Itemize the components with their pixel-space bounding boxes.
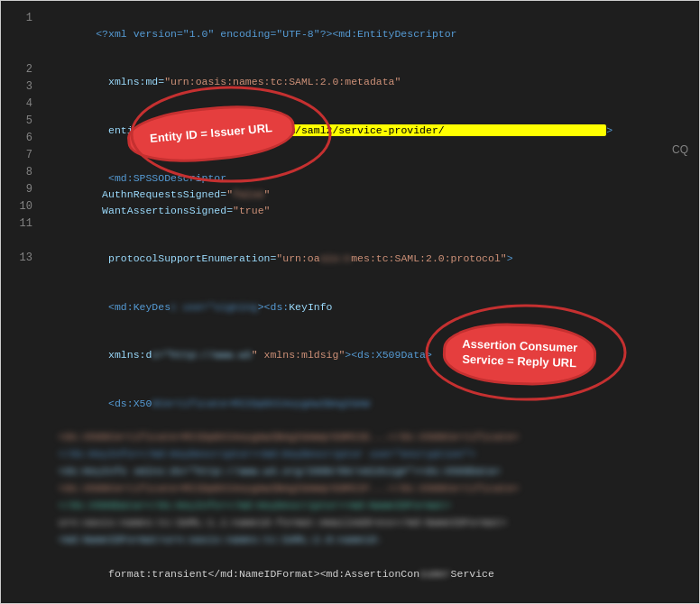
code-line-13a: format:transient</md:NameIDFormat><md:As… [46,550,690,594]
line-num-9: 9 [1,181,32,198]
line-num-6: 6 [1,130,32,147]
line-num-1: 1 [1,10,32,27]
keydesc-tag: <md:KeyDesc use="signing><ds: [96,301,289,313]
line-num-5: 5 [1,113,32,130]
code-line-1b: xmlns:md="urn:oasis:names:tc:SAML:2.0:me… [46,58,690,105]
line-num-blank1 [1,27,32,44]
line-num-7: 7 [1,147,32,164]
code-line-1h: <ds:X509Certificate>MIIDpDCCAoygAwIBAgIG… [46,380,690,427]
line-num-13: 13 [1,250,32,267]
line-num-8: 8 [1,164,32,181]
line-num-11: 11 [1,215,32,233]
authn-attr: AuthnRequestsSigned= [96,188,226,200]
blur-line-7: <md:NameIDFormat>urn:oasis:names:tc:SAML… [46,532,690,546]
blurred-middle: <ds:X509Certificate>MIIDpDCCAoygAwIBAgIG… [46,429,690,546]
code-line-1f: <md:KeyDesc use="signing><ds:KeyInfo [46,283,690,331]
want-attr: WantAssertionsSigned= [96,205,233,216]
cq-label: CQ [672,143,688,156]
protocol-attr: protocolSupportEnumeration= [96,252,276,264]
blur-line-3: <ds:KeyInfo xmlns:ds="http://www.w3.org/… [46,463,690,480]
line-num-blank3 [1,233,32,250]
entity-id-close: > [606,124,612,136]
code-line-1d: <md:SPSSODescriptor AuthnRequestsSigned=… [46,154,690,234]
xmlns-d-attr: xmlns:ds="http://www.w3 [96,349,252,361]
spssod-open: <md:SPSSODescriptor [96,172,226,184]
ds-x509: <ds:X509Certificate>MIIDpDCCAoygAwIBAgIG… [96,398,370,409]
blur-line-4: <ds:X509Certificate>MIIDpDCCAoygAwIBAgIG… [46,480,690,498]
xmlns-md-val: "urn:oasis:names:tc:SAML:2.0:metadata" [164,76,401,87]
xmlns-md-attr: xmlns:md= [96,76,164,87]
blur-line-5: </ds:X509Data></ds:KeyInfo></md:KeyDescr… [46,498,690,515]
xml-decl: <?xml version="1.0" encoding="UTF-8"?><m… [96,28,456,40]
line-num-2: 2 [1,61,32,78]
authn-val: "false" [226,188,270,200]
blur-line-6: urn:oasis:names:tc:SAML:1.1:nameid-forma… [46,515,690,532]
blur-line-2: </ds:KeyInfo></md:KeyDescriptor><md:KeyD… [46,446,690,463]
code-content: <?xml version="1.0" encoding="UTF-8"?><m… [46,10,690,594]
line-num-blank2 [1,44,32,61]
line-num-3: 3 [1,78,32,96]
code-line-1e: protocolSupportEnumeration="urn:oasis:nm… [46,234,690,282]
protocol-val: "urn:oasis:nmes:tc:SAML:2.0:protocol" [276,252,506,264]
want-val: "true" [233,205,270,216]
code-area: 1 2 3 4 5 6 7 8 9 10 11 13 <?xml version… [1,1,699,603]
code-line-1: <?xml version="1.0" encoding="UTF-8"?><m… [46,10,690,58]
format-text: format:transient</md:NameIDFormat><md:As… [96,568,419,580]
blur-line-1: <ds:X509Certificate>MIIDpDCCAoygAwIBAgIG… [46,429,690,446]
line-num-10: 10 [1,198,32,215]
line-numbers: 1 2 3 4 5 6 7 8 9 10 11 13 [1,10,41,267]
code-editor: 1 2 3 4 5 6 7 8 9 10 11 13 <?xml version… [0,0,700,604]
line-num-4: 4 [1,96,32,113]
